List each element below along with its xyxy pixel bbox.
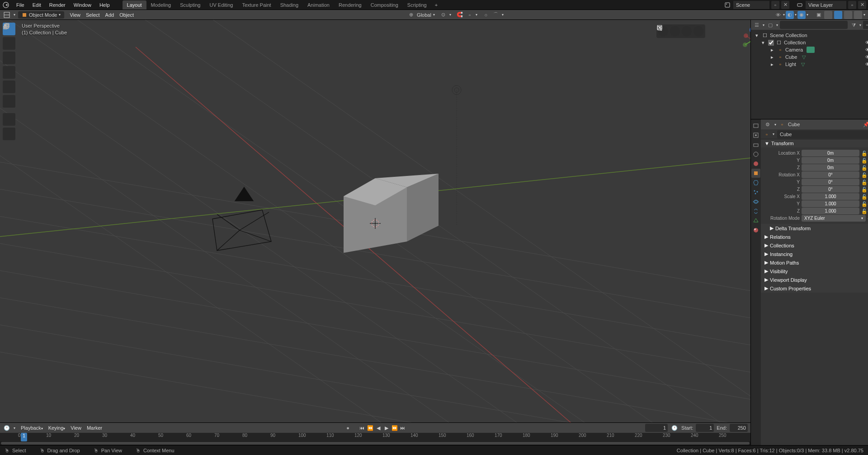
scene-browse-icon[interactable] — [723, 1, 731, 9]
workspace-tab-texture-paint[interactable]: Texture Paint — [237, 0, 275, 9]
relations-header[interactable]: ▶Relations — [761, 232, 868, 241]
delta-transform-header[interactable]: ▶Delta Transform — [761, 224, 868, 232]
mesh-tab-icon[interactable] — [751, 216, 760, 225]
editor-type-icon[interactable] — [3, 11, 11, 19]
collection-row[interactable]: ▾ ☐ Collection 👁 — [751, 39, 868, 46]
viewlayer-new-icon[interactable]: ▫ — [848, 1, 856, 9]
shading-rendered-button[interactable] — [854, 11, 862, 19]
blender-logo-icon[interactable] — [2, 1, 10, 9]
keyframe-next-icon[interactable]: ⏩ — [391, 424, 398, 431]
visibility-eye-icon[interactable]: 👁 — [865, 62, 868, 67]
lock-icon[interactable]: 🔓 — [861, 187, 867, 192]
viewlayer-tab-icon[interactable] — [751, 140, 760, 149]
menu-window[interactable]: Window — [70, 1, 95, 9]
lock-icon[interactable]: 🔓 — [861, 194, 867, 199]
material-tab-icon[interactable] — [751, 226, 760, 235]
header-menu-select[interactable]: Select — [83, 11, 103, 19]
header-menu-view[interactable]: View — [67, 11, 83, 19]
workspace-tab-uv-editing[interactable]: UV Editing — [205, 0, 237, 9]
jump-end-icon[interactable]: ⏭ — [399, 424, 406, 431]
start-frame-field[interactable] — [696, 424, 714, 432]
workspace-tab-shading[interactable]: Shading — [276, 0, 303, 9]
collections-header[interactable]: ▶Collections — [761, 241, 868, 250]
shading-wireframe-button[interactable] — [824, 11, 832, 19]
shading-lookdev-button[interactable] — [844, 11, 852, 19]
playhead[interactable]: 1 — [21, 433, 27, 441]
workspace-tab-scripting[interactable]: Scripting — [403, 0, 431, 9]
lock-icon[interactable]: 🔓 — [861, 201, 867, 207]
header-menu-object[interactable]: Object — [117, 11, 137, 19]
location-x-field[interactable] — [802, 150, 859, 156]
keyframe-prev-icon[interactable]: ⏪ — [367, 424, 374, 431]
play-reverse-icon[interactable]: ◀ — [375, 424, 382, 431]
transform-orientation-icon[interactable]: ⊕ — [407, 11, 415, 19]
location-y-field[interactable] — [802, 157, 859, 164]
view-perspective-icon[interactable] — [670, 26, 680, 36]
pin-icon[interactable]: 📌 — [862, 120, 868, 128]
jump-start-icon[interactable]: ⏮ — [359, 424, 366, 431]
timeline-menu-keying[interactable]: Keying▾ — [46, 424, 68, 431]
particle-tab-icon[interactable] — [751, 188, 760, 197]
timeline-menu-playback[interactable]: Playback▾ — [18, 424, 46, 431]
timeline-menu-marker[interactable]: Marker — [84, 424, 105, 431]
motion-paths-header[interactable]: ▶Motion Paths — [761, 258, 868, 267]
rotation-mode-dropdown[interactable]: XYZ Euler▾ — [802, 215, 866, 222]
autokey-toggle-icon[interactable]: ● — [344, 424, 352, 432]
lock-icon[interactable]: 🔓 — [861, 158, 867, 163]
measure-tool[interactable] — [3, 128, 15, 140]
rotation-y-field[interactable] — [802, 179, 859, 185]
render-tab-icon[interactable] — [751, 121, 760, 130]
viewlayer-name-field[interactable] — [806, 1, 846, 9]
timeline-menu-view[interactable]: View — [68, 424, 84, 431]
visibility-eye-icon[interactable]: 👁 — [865, 40, 868, 45]
gizmo-toggle-icon[interactable]: ◐ — [786, 11, 794, 19]
outliner-new-collection-icon[interactable]: ▫ — [863, 21, 868, 29]
outliner-item-light[interactable]: ▸▫Light▽👁 — [751, 61, 868, 68]
world-tab-icon[interactable] — [751, 159, 760, 168]
pivot-icon[interactable]: ⊙ — [439, 11, 448, 19]
scale-z-field[interactable] — [802, 208, 859, 214]
timeline-scrollbar[interactable] — [0, 441, 750, 445]
viewport-display-header[interactable]: ▶Viewport Display — [761, 275, 868, 284]
snap-toggle-icon[interactable]: 🧲 — [456, 11, 464, 19]
annotate-tool[interactable] — [3, 113, 15, 126]
orientation-dropdown[interactable]: Global — [417, 12, 431, 18]
modifier-tab-icon[interactable] — [751, 178, 760, 187]
move-tool[interactable] — [3, 52, 15, 64]
lock-icon[interactable]: 🔓 — [861, 180, 867, 185]
transform-tool[interactable] — [3, 95, 15, 108]
workspace-tab-modeling[interactable]: Modeling — [146, 0, 176, 9]
lock-icon[interactable]: 🔓 — [861, 151, 867, 156]
cube-object[interactable] — [344, 174, 439, 260]
transform-panel-header[interactable]: ▼Transform — [761, 139, 868, 147]
header-menu-add[interactable]: Add — [103, 11, 117, 19]
scale-tool[interactable] — [3, 81, 15, 93]
workspace-tab-layout[interactable]: Layout — [123, 0, 146, 9]
frame-lock-icon[interactable]: 🕐 — [670, 424, 679, 432]
visibility-eye-icon[interactable]: 👁 — [865, 54, 868, 60]
end-frame-field[interactable] — [730, 424, 748, 432]
overlays-toggle-icon[interactable]: ◉ — [797, 11, 806, 19]
visibility-eye-icon[interactable]: 👁 — [865, 47, 868, 52]
scene-delete-icon[interactable]: ✕ — [781, 1, 789, 9]
menu-render[interactable]: Render — [46, 1, 69, 9]
rotation-x-field[interactable] — [802, 171, 859, 178]
snap-target-icon[interactable]: ▫ — [466, 11, 474, 19]
object-tab-icon[interactable] — [751, 169, 760, 178]
workspace-tab-rendering[interactable]: Rendering — [334, 0, 366, 9]
instancing-header[interactable]: ▶Instancing — [761, 250, 868, 258]
zoom-view-icon[interactable] — [693, 26, 703, 36]
outliner-item-cube[interactable]: ▸▫Cube▽👁 — [751, 53, 868, 61]
lock-icon[interactable]: 🔓 — [861, 172, 867, 178]
constraint-tab-icon[interactable] — [751, 207, 760, 216]
move-view-icon[interactable] — [682, 26, 692, 36]
visibility-header[interactable]: ▶Visibility — [761, 267, 868, 275]
menu-help[interactable]: Help — [96, 1, 113, 9]
outliner-item-camera[interactable]: ▸▫Camera👁 — [751, 46, 868, 53]
custom-props-header[interactable]: ▶Custom Properties — [761, 284, 868, 293]
object-name-field[interactable] — [777, 130, 868, 138]
play-icon[interactable]: ▶ — [383, 424, 390, 431]
proportional-falloff-icon[interactable]: ⌒ — [492, 11, 500, 19]
light-object[interactable] — [452, 85, 461, 226]
collection-enable-checkbox[interactable] — [768, 40, 774, 46]
